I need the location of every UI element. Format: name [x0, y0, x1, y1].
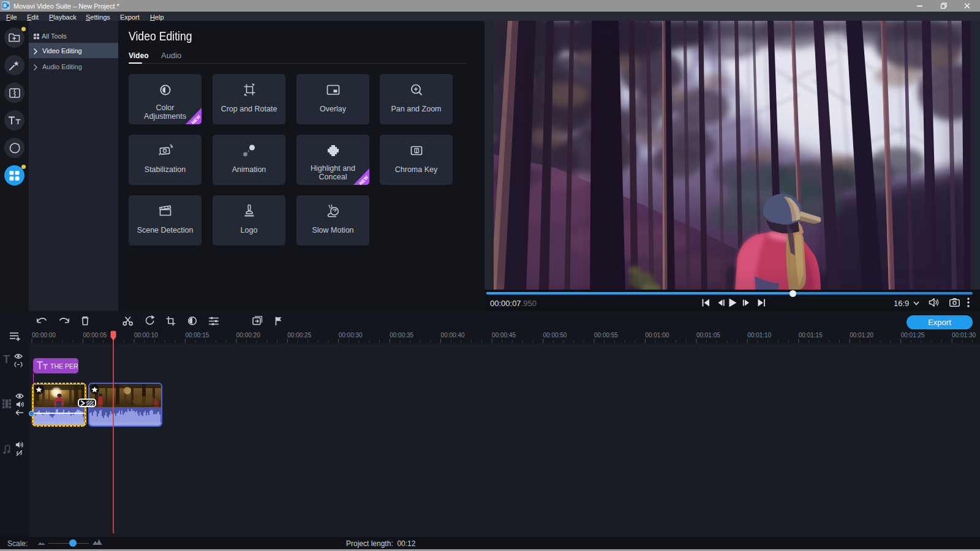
- svg-text:00:01:10: 00:01:10: [747, 332, 771, 339]
- svg-text:00:00:05: 00:00:05: [83, 332, 107, 339]
- svg-text:00:00:20: 00:00:20: [236, 332, 260, 339]
- svg-text:00:00:30: 00:00:30: [339, 332, 363, 339]
- svg-text:00:00:55: 00:00:55: [594, 332, 618, 339]
- svg-text:00:01:00: 00:01:00: [645, 332, 669, 339]
- svg-text:00:00:15: 00:00:15: [185, 332, 209, 339]
- svg-text:00:00:40: 00:00:40: [441, 332, 465, 339]
- svg-text:00:00:45: 00:00:45: [492, 332, 516, 339]
- svg-text:00:01:25: 00:01:25: [901, 332, 925, 339]
- svg-text:00:01:15: 00:01:15: [799, 332, 823, 339]
- svg-text:00:01:05: 00:01:05: [696, 332, 720, 339]
- svg-text:00:00:50: 00:00:50: [543, 332, 567, 339]
- svg-text:00:01:20: 00:01:20: [850, 332, 873, 339]
- svg-text:00:00:00: 00:00:00: [32, 332, 56, 339]
- svg-text:00:00:35: 00:00:35: [390, 332, 413, 339]
- svg-text:00:00:10: 00:00:10: [134, 332, 158, 339]
- svg-text:00:01:30: 00:01:30: [952, 332, 976, 339]
- svg-text:00:00:25: 00:00:25: [287, 332, 311, 339]
